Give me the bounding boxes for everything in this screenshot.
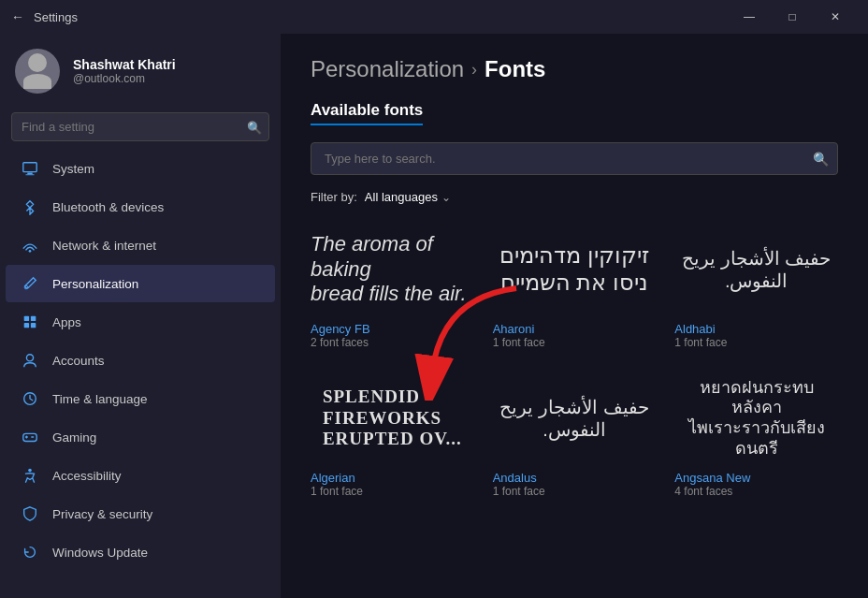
- sidebar-item-gaming[interactable]: Gaming: [6, 418, 275, 456]
- sidebar-search-wrap: 🔍: [11, 112, 269, 141]
- bluetooth-icon: [21, 197, 39, 216]
- font-preview-andalus: حفيف الأشجار يريحالنفوس.: [493, 372, 657, 465]
- breadcrumb-current: Fonts: [485, 56, 545, 82]
- font-name-andalus: Andalus: [493, 471, 657, 485]
- sidebar-label-bluetooth: Bluetooth & devices: [52, 200, 164, 214]
- game-icon: [21, 428, 39, 446]
- apps-icon: [21, 313, 39, 331]
- sidebar-item-privacy[interactable]: Privacy & security: [6, 495, 275, 532]
- font-faces-angsana: 4 font faces: [674, 485, 838, 498]
- font-card-aldhabi[interactable]: حفيف الأشجار يريح النفوس. Aldhabi 1 font…: [674, 223, 838, 349]
- font-name-aldhabi: Aldhabi: [674, 322, 838, 336]
- sidebar-label-personalization: Personalization: [52, 277, 138, 291]
- close-button[interactable]: ✕: [814, 0, 857, 34]
- font-preview-aldhabi: حفيف الأشجار يريح النفوس.: [674, 223, 838, 316]
- font-card-agency-fb[interactable]: The aroma of bakingbread fills the air. …: [311, 223, 474, 349]
- font-preview-text: حفيف الأشجار يريحالنفوس.: [499, 396, 648, 441]
- breadcrumb-separator: ›: [471, 60, 477, 80]
- breadcrumb: Personalization › Fonts: [311, 56, 838, 82]
- sidebar-item-update[interactable]: Windows Update: [6, 533, 275, 571]
- filter-row: Filter by: All languages ⌄: [311, 190, 838, 204]
- font-name-aharoni: Aharoni: [493, 322, 657, 336]
- user-info: Shashwat Khatri @outlook.com: [73, 57, 176, 85]
- svg-rect-2: [26, 174, 35, 175]
- chevron-down-icon: ⌄: [441, 191, 451, 204]
- title-bar-left: ← Settings: [11, 9, 78, 24]
- sidebar-item-apps[interactable]: Apps: [6, 303, 275, 341]
- nav-list: System Bluetooth & devices Network & int…: [0, 149, 281, 572]
- brush-icon: [21, 274, 39, 293]
- maximize-button[interactable]: □: [771, 0, 814, 34]
- avatar: [15, 49, 60, 94]
- search-icon: 🔍: [247, 120, 262, 134]
- sidebar-item-system[interactable]: System: [6, 150, 275, 187]
- svg-rect-0: [23, 163, 36, 172]
- fonts-area: The aroma of bakingbread fills the air. …: [311, 223, 838, 498]
- font-search-input[interactable]: [311, 142, 838, 175]
- search-input[interactable]: [11, 112, 269, 141]
- font-preview-text: حفيف الأشجار يريح النفوس.: [674, 247, 838, 292]
- filter-dropdown[interactable]: All languages ⌄: [365, 190, 451, 204]
- sidebar-item-time[interactable]: Time & language: [6, 380, 275, 417]
- font-faces-aharoni: 1 font face: [493, 336, 657, 349]
- section-title: Available fonts: [311, 101, 423, 125]
- font-search-wrap: 🔍: [311, 142, 838, 175]
- back-button[interactable]: ←: [11, 9, 24, 24]
- filter-label: Filter by:: [311, 190, 357, 204]
- sidebar-label-system: System: [52, 162, 94, 176]
- sidebar-label-network: Network & internet: [52, 239, 156, 253]
- clock-icon: [21, 389, 39, 408]
- shield-icon: [21, 504, 39, 523]
- svg-rect-5: [24, 316, 29, 321]
- filter-value: All languages: [365, 190, 438, 204]
- font-faces-agency-fb: 2 font faces: [311, 336, 474, 349]
- person-icon: [21, 351, 39, 370]
- minimize-button[interactable]: —: [728, 0, 771, 34]
- font-preview-text: זיקוקין מדהימיםניסו את השמיים: [499, 242, 649, 297]
- sidebar-item-personalization[interactable]: Personalization: [6, 265, 275, 302]
- sidebar-label-apps: Apps: [52, 315, 81, 329]
- font-preview-text: The aroma of bakingbread fills the air.: [311, 232, 474, 306]
- svg-point-3: [29, 250, 32, 253]
- window-controls: — □ ✕: [728, 0, 857, 34]
- network-icon: [21, 236, 39, 255]
- sidebar-label-gaming: Gaming: [52, 430, 96, 445]
- accessibility-icon: [21, 466, 39, 485]
- svg-rect-1: [27, 173, 32, 175]
- update-icon: [21, 543, 39, 562]
- font-faces-aldhabi: 1 font face: [674, 336, 838, 349]
- sidebar-label-accounts: Accounts: [52, 354, 105, 368]
- fonts-grid: The aroma of bakingbread fills the air. …: [311, 223, 838, 498]
- sidebar-label-privacy: Privacy & security: [52, 507, 152, 521]
- main-panel: Personalization › Fonts Available fonts …: [281, 34, 868, 598]
- font-preview-algerian: SPLENDIDFIREWORKSERUPTED OV...: [311, 372, 474, 465]
- sidebar-item-bluetooth[interactable]: Bluetooth & devices: [6, 188, 275, 226]
- font-preview-agency-fb: The aroma of bakingbread fills the air.: [311, 223, 474, 316]
- user-email: @outlook.com: [73, 72, 176, 85]
- font-preview-angsana: หยาดฝนกระทบหลังคาไพเราะราวกับเสียงดนตรี: [674, 372, 838, 465]
- user-name: Shashwat Khatri: [73, 57, 176, 72]
- monitor-icon: [21, 159, 39, 178]
- sidebar: Shashwat Khatri @outlook.com 🔍 System: [0, 34, 281, 598]
- breadcrumb-parent[interactable]: Personalization: [311, 56, 464, 82]
- svg-rect-6: [31, 316, 36, 321]
- font-preview-text: SPLENDIDFIREWORKSERUPTED OV...: [323, 387, 462, 450]
- font-name-angsana: Angsana New: [674, 471, 838, 485]
- user-profile[interactable]: Shashwat Khatri @outlook.com: [0, 34, 281, 105]
- font-preview-text: หยาดฝนกระทบหลังคาไพเราะราวกับเสียงดนตรี: [674, 378, 838, 459]
- sidebar-item-network[interactable]: Network & internet: [6, 226, 275, 264]
- font-card-aharoni[interactable]: זיקוקין מדהימיםניסו את השמיים Aharoni 1 …: [493, 223, 657, 349]
- font-name-algerian: Algerian: [311, 471, 474, 485]
- sidebar-item-accounts[interactable]: Accounts: [6, 342, 275, 379]
- sidebar-label-time: Time & language: [52, 392, 148, 406]
- svg-rect-11: [23, 433, 36, 441]
- sidebar-item-accessibility[interactable]: Accessibility: [6, 457, 275, 494]
- font-card-andalus[interactable]: حفيف الأشجار يريحالنفوس. Andalus 1 font …: [493, 372, 657, 498]
- font-card-angsana[interactable]: หยาดฝนกระทบหลังคาไพเราะราวกับเสียงดนตรี …: [674, 372, 838, 498]
- svg-rect-7: [24, 323, 29, 328]
- font-faces-andalus: 1 font face: [493, 485, 657, 498]
- font-card-algerian[interactable]: SPLENDIDFIREWORKSERUPTED OV... Algerian …: [311, 372, 474, 498]
- svg-point-12: [28, 469, 32, 473]
- sidebar-label-update: Windows Update: [52, 546, 148, 560]
- font-search-icon: 🔍: [813, 152, 829, 167]
